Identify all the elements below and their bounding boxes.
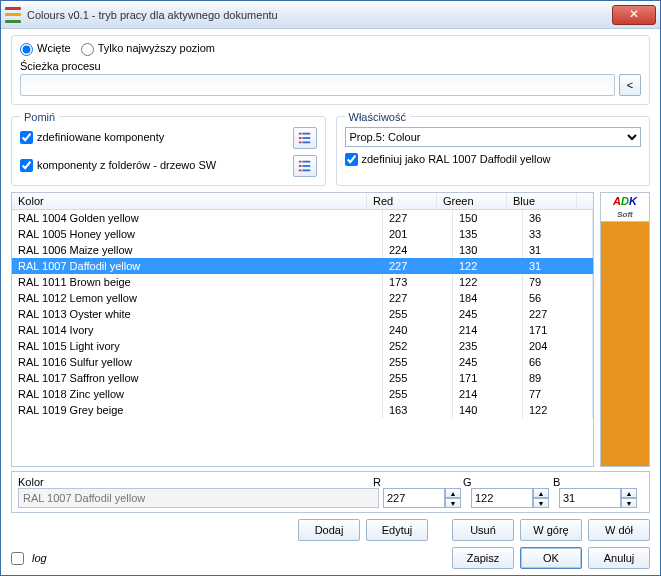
log-label: log [32, 552, 47, 564]
check-defined-components[interactable]: zdefiniowane komponenty [20, 131, 293, 145]
detail-panel: Kolor R G B ▲▼ ▲▼ ▲▼ [11, 471, 650, 513]
table-row[interactable]: RAL 1015 Light ivory252235204 [12, 338, 593, 354]
b-down[interactable]: ▼ [621, 498, 637, 508]
g-down[interactable]: ▼ [533, 498, 549, 508]
up-button[interactable]: W górę [520, 519, 582, 541]
detail-g-input[interactable] [471, 488, 533, 508]
table-row[interactable]: RAL 1013 Oyster white255245227 [12, 306, 593, 322]
table-row[interactable]: RAL 1006 Maize yellow22413031 [12, 242, 593, 258]
svg-rect-5 [302, 141, 310, 143]
table-row[interactable]: RAL 1012 Lemon yellow22718456 [12, 290, 593, 306]
app-icon [5, 7, 21, 23]
svg-rect-4 [298, 141, 301, 143]
detail-b-input[interactable] [559, 488, 621, 508]
titlebar: Colours v0.1 - tryb pracy dla aktywnego … [1, 1, 660, 29]
header-red[interactable]: Red [367, 193, 437, 209]
log-checkbox[interactable] [11, 552, 24, 565]
side-panel: ADKSoft [600, 192, 650, 467]
svg-rect-3 [302, 137, 310, 139]
down-button[interactable]: W dół [588, 519, 650, 541]
table-row[interactable]: RAL 1007 Daffodil yellow22712231 [12, 258, 593, 274]
detail-name-input [18, 488, 379, 508]
header-blue[interactable]: Blue [507, 193, 577, 209]
path-browse-button[interactable]: < [619, 74, 641, 96]
table-row[interactable]: RAL 1017 Saffron yellow25517189 [12, 370, 593, 386]
table-row[interactable]: RAL 1005 Honey yellow20113533 [12, 226, 593, 242]
header-green[interactable]: Green [437, 193, 507, 209]
save-button[interactable]: Zapisz [452, 547, 514, 569]
property-group: Właściwość Prop.5: Colour zdefiniuj jako… [336, 111, 651, 186]
svg-rect-8 [298, 165, 301, 167]
check-folder-tree[interactable]: komponenty z folderów - drzewo SW [20, 159, 293, 173]
svg-rect-2 [298, 137, 301, 139]
ok-button[interactable]: OK [520, 547, 582, 569]
svg-rect-0 [298, 132, 301, 134]
table-row[interactable]: RAL 1011 Brown beige17312279 [12, 274, 593, 290]
b-up[interactable]: ▲ [621, 488, 637, 498]
skip-group: Pomiń zdefiniowane komponenty komponenty… [11, 111, 326, 186]
detail-name-label: Kolor [18, 476, 373, 488]
svg-rect-9 [302, 165, 310, 167]
table-row[interactable]: RAL 1019 Grey beige163140122 [12, 402, 593, 418]
path-label: Ścieżka procesu [20, 60, 641, 72]
radio-indented[interactable]: Wcięte [20, 42, 71, 56]
property-select[interactable]: Prop.5: Colour [345, 127, 642, 147]
content: Wcięte Tylko najwyższy poziom Ścieżka pr… [1, 29, 660, 575]
brand-logo: ADKSoft [600, 192, 650, 222]
table-row[interactable]: RAL 1014 Ivory240214171 [12, 322, 593, 338]
property-legend: Właściwość [345, 111, 410, 123]
g-up[interactable]: ▲ [533, 488, 549, 498]
add-button[interactable]: Dodaj [298, 519, 360, 541]
svg-rect-11 [302, 169, 310, 171]
r-down[interactable]: ▼ [445, 498, 461, 508]
skip-legend: Pomiń [20, 111, 59, 123]
color-swatch [600, 222, 650, 467]
check-define-as[interactable]: zdefiniuj jako RAL 1007 Daffodil yellow [345, 153, 551, 165]
app-window: Colours v0.1 - tryb pracy dla aktywnego … [0, 0, 661, 576]
close-button[interactable]: ✕ [612, 5, 656, 25]
mode-group: Wcięte Tylko najwyższy poziom Ścieżka pr… [11, 35, 650, 105]
delete-button[interactable]: Usuń [452, 519, 514, 541]
svg-rect-6 [298, 160, 301, 162]
detail-b-label: B [553, 476, 643, 488]
r-up[interactable]: ▲ [445, 488, 461, 498]
detail-r-label: R [373, 476, 463, 488]
list-icon-button-1[interactable] [293, 127, 317, 149]
table-body[interactable]: RAL 1004 Golden yellow22715036RAL 1005 H… [12, 210, 593, 466]
table-row[interactable]: RAL 1004 Golden yellow22715036 [12, 210, 593, 226]
svg-rect-7 [302, 160, 310, 162]
list-icon-button-2[interactable] [293, 155, 317, 177]
cancel-button[interactable]: Anuluj [588, 547, 650, 569]
detail-r-input[interactable] [383, 488, 445, 508]
svg-rect-10 [298, 169, 301, 171]
edit-button[interactable]: Edytuj [366, 519, 428, 541]
table-header: Kolor Red Green Blue [12, 193, 593, 210]
header-name[interactable]: Kolor [12, 193, 367, 209]
color-table: Kolor Red Green Blue RAL 1004 Golden yel… [11, 192, 594, 467]
radio-top-only[interactable]: Tylko najwyższy poziom [81, 42, 215, 56]
svg-rect-1 [302, 132, 310, 134]
table-row[interactable]: RAL 1018 Zinc yellow25521477 [12, 386, 593, 402]
detail-g-label: G [463, 476, 553, 488]
table-row[interactable]: RAL 1016 Sulfur yellow25524566 [12, 354, 593, 370]
window-title: Colours v0.1 - tryb pracy dla aktywnego … [27, 9, 612, 21]
path-input[interactable] [20, 74, 615, 96]
